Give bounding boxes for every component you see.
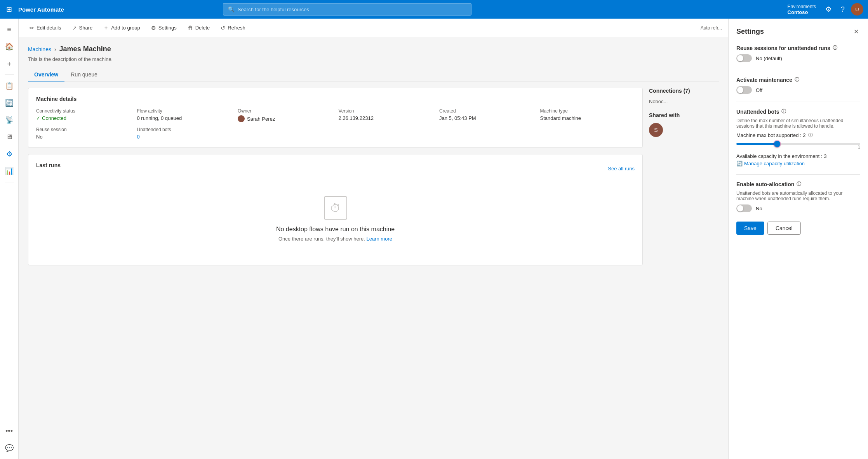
owner-avatar — [238, 115, 245, 122]
sidebar-item-desktop[interactable]: 🖥 — [2, 129, 17, 145]
app-layout: ≡ 🏠 ＋ 📋 🔄 📡 🖥 ⚙ 📊 ••• 💬 ✏ Edit details ↗… — [0, 19, 868, 459]
created-label: Created — [439, 108, 534, 114]
sidebar-item-home[interactable]: 🏠 — [2, 39, 17, 54]
sidebar-divider-2 — [5, 182, 14, 182]
edit-details-label: Edit details — [37, 25, 61, 31]
activate-maintenance-toggle[interactable] — [736, 86, 752, 94]
activate-maintenance-info-icon[interactable]: ⓘ — [795, 76, 799, 83]
settings-label: Settings — [158, 25, 177, 31]
see-all-runs-link[interactable]: See all runs — [608, 166, 635, 171]
auto-allocation-toggle[interactable] — [736, 204, 752, 212]
cancel-button[interactable]: Cancel — [767, 222, 801, 235]
connected-check-icon: ✓ — [36, 115, 40, 121]
sidebar-item-analytics[interactable]: 📊 — [2, 163, 17, 179]
empty-icon: ⏱ — [324, 196, 347, 220]
search-input[interactable] — [238, 7, 466, 12]
waffle-icon[interactable]: ⊞ — [5, 3, 14, 15]
settings-icon[interactable]: ⚙ — [822, 3, 835, 15]
unattended-bots-value: 0 — [137, 134, 232, 140]
unattended-bots-label: Unattended bots — [137, 127, 232, 132]
panel-close-button[interactable]: ✕ — [852, 26, 860, 37]
sidebar-item-machines[interactable]: ⚙ — [2, 146, 17, 162]
shared-header: Shared with — [649, 112, 719, 118]
sidebar-item-monitor[interactable]: 📡 — [2, 112, 17, 128]
center-content: Machine details Connectivity status ✓ Co… — [28, 88, 643, 272]
share-button[interactable]: ↗ Share — [68, 23, 97, 33]
manage-capacity-link[interactable]: 🔄 Manage capacity utilization — [736, 161, 860, 166]
edit-details-button[interactable]: ✏ Edit details — [25, 23, 66, 33]
search-bar[interactable]: 🔍 — [223, 3, 471, 16]
tab-run-queue[interactable]: Run queue — [64, 68, 104, 81]
connectivity-label: Connectivity status — [36, 108, 131, 114]
available-capacity-row: Available capacity in the environment : … — [736, 153, 860, 159]
machine-max-bot-info-icon[interactable]: ⓘ — [808, 132, 813, 139]
flow-activity-value: 0 running, 0 queued — [137, 115, 232, 121]
connectivity-value: ✓ Connected — [36, 115, 131, 121]
created-value: Jan 5, 05:43 PM — [439, 115, 534, 121]
refresh-icon: ↺ — [221, 25, 225, 31]
owner-label: Owner — [238, 108, 332, 114]
activate-maintenance-value: Off — [756, 87, 762, 93]
breadcrumb-current: James Machine — [59, 45, 111, 53]
sidebar-item-approvals[interactable]: 📋 — [2, 78, 17, 94]
auto-allocation-toggle-row: No — [736, 204, 860, 212]
sidebar-item-help[interactable]: 💬 — [2, 440, 17, 456]
unattended-bots-section-label: Unattended bots ⓘ — [736, 108, 860, 115]
last-runs-header: Last runs See all runs — [36, 162, 635, 175]
sidebar-item-menu[interactable]: ≡ — [2, 22, 17, 37]
main-content: ✏ Edit details ↗ Share ＋ Add to group ⚙ … — [19, 19, 728, 459]
delete-icon: 🗑 — [188, 25, 193, 31]
settings-button[interactable]: ⚙ Settings — [146, 23, 181, 33]
reuse-sessions-toggle[interactable] — [736, 54, 752, 62]
settings-gear-icon: ⚙ — [151, 25, 156, 31]
save-button[interactable]: Save — [736, 222, 764, 235]
tab-overview[interactable]: Overview — [28, 68, 64, 81]
reuse-sessions-toggle-thumb — [737, 55, 743, 61]
refresh-button[interactable]: ↺ Refresh — [216, 23, 250, 33]
page-content: Machines › James Machine This is the des… — [19, 37, 728, 459]
unattended-bots-desc: Define the max number of simultaneous un… — [736, 118, 860, 129]
machine-type-label: Machine type — [540, 108, 635, 114]
sidebar-item-add[interactable]: ＋ — [2, 56, 17, 71]
share-label: Share — [79, 25, 93, 31]
machine-type-item: Machine type Standard machine — [540, 108, 635, 122]
sidebar: ≡ 🏠 ＋ 📋 🔄 📡 🖥 ⚙ 📊 ••• 💬 — [0, 19, 19, 459]
toolbar: ✏ Edit details ↗ Share ＋ Add to group ⚙ … — [19, 19, 728, 37]
reuse-sessions-info-icon[interactable]: ⓘ — [833, 45, 837, 51]
delete-button[interactable]: 🗑 Delete — [183, 23, 215, 33]
created-item: Created Jan 5, 05:43 PM — [439, 108, 534, 122]
reuse-sessions-section: Reuse sessions for unattended runs ⓘ No … — [736, 45, 860, 62]
auto-allocation-value: No — [756, 206, 762, 211]
search-icon: 🔍 — [228, 6, 235, 12]
learn-more-link[interactable]: Learn more — [367, 236, 392, 242]
auto-allocation-info-icon[interactable]: ⓘ — [797, 181, 801, 187]
detail-grid: Connectivity status ✓ Connected Flow act… — [36, 108, 635, 122]
environment-selector[interactable]: Environments Contoso — [785, 4, 819, 15]
auto-allocation-label: Enable auto-allocation ⓘ — [736, 181, 860, 187]
flow-activity-label: Flow activity — [137, 108, 232, 114]
app-title: Power Automate — [18, 6, 64, 13]
help-icon[interactable]: ? — [838, 4, 848, 15]
bot-count-row: Machine max bot supported : 2 ⓘ — [736, 132, 860, 139]
activate-maintenance-label: Activate maintenance ⓘ — [736, 76, 860, 83]
activate-maintenance-toggle-row: Off — [736, 86, 860, 94]
environments-label: Environments — [788, 4, 816, 9]
activate-maintenance-toggle-thumb — [737, 87, 743, 93]
separator-3 — [736, 174, 860, 175]
unattended-bots-info-icon[interactable]: ⓘ — [781, 108, 786, 115]
right-side: Connections (7) Noboc... Shared with S — [649, 88, 719, 272]
tabs: Overview Run queue — [28, 68, 719, 81]
owner-value: Sarah Perez — [238, 115, 332, 122]
empty-state: ⏱ No desktop flows have run on this mach… — [36, 181, 635, 257]
flow-activity-item: Flow activity 0 running, 0 queued — [137, 108, 232, 122]
sidebar-item-more[interactable]: ••• — [2, 423, 17, 439]
add-to-group-button[interactable]: ＋ Add to group — [99, 22, 144, 34]
breadcrumb-parent[interactable]: Machines — [28, 46, 51, 52]
sidebar-item-myflows[interactable]: 🔄 — [2, 95, 17, 111]
avatar[interactable]: U — [851, 3, 863, 16]
content-area: Machine details Connectivity status ✓ Co… — [28, 88, 719, 272]
last-runs-title: Last runs — [36, 162, 61, 168]
panel-title: Settings — [736, 28, 764, 36]
shared-avatar: S — [649, 123, 663, 137]
version-item: Version 2.26.139.22312 — [339, 108, 433, 122]
